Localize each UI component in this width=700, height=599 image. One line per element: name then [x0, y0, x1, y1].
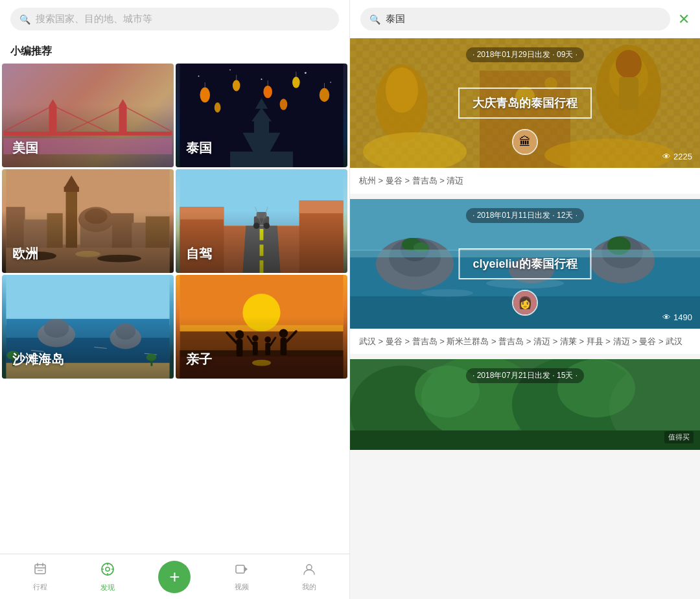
add-button[interactable]: + — [158, 561, 191, 593]
svg-point-16 — [200, 88, 210, 102]
grid-item-beach[interactable]: 沙滩海岛 — [2, 275, 174, 379]
nav-add[interactable]: + — [141, 561, 209, 593]
result-card-3[interactable]: · 2018年07月21日出发 · 15天 · 值得买 — [350, 359, 700, 450]
svg-point-62 — [253, 222, 260, 229]
svg-rect-98 — [265, 343, 270, 355]
svg-rect-95 — [253, 342, 258, 355]
svg-point-113 — [307, 565, 312, 570]
section-title: 小编推荐 — [0, 38, 349, 64]
result-title-2: clyeieliu的泰国行程 — [458, 248, 591, 279]
svg-point-72 — [110, 327, 141, 349]
svg-line-93 — [286, 331, 296, 342]
grid-item-europe[interactable]: 欧洲 — [2, 169, 174, 273]
svg-line-7 — [53, 106, 108, 132]
svg-rect-111 — [236, 565, 244, 573]
svg-marker-4 — [49, 99, 57, 106]
search-input-left[interactable]: 🔍 搜索国家、目的地、城市等 — [10, 8, 339, 30]
svg-point-27 — [280, 99, 288, 110]
avatar-monk-icon: 🏛 — [513, 130, 537, 154]
svg-point-14 — [305, 72, 307, 74]
result-image-3: · 2018年07月21日出发 · 15天 · 值得买 — [350, 359, 700, 450]
search-icon-right: 🔍 — [369, 14, 380, 25]
svg-rect-92 — [281, 338, 287, 355]
grid-item-thailand[interactable]: 泰国 — [176, 64, 347, 167]
svg-rect-59 — [260, 261, 264, 273]
close-search-button[interactable]: ✕ — [678, 11, 690, 28]
video-label: 视频 — [235, 582, 249, 592]
svg-marker-112 — [244, 567, 248, 572]
recommendation-grid: 美国 — [0, 64, 349, 554]
svg-point-11 — [198, 75, 200, 76]
grid-item-family[interactable]: 亲子 — [176, 275, 347, 379]
nav-trip[interactable]: 行程 — [6, 562, 74, 592]
svg-rect-35 — [6, 207, 25, 248]
search-bar-right: 🔍 泰国 ✕ — [350, 0, 700, 38]
svg-line-90 — [227, 333, 237, 343]
svg-line-76 — [145, 353, 157, 355]
eye-icon-1: 👁 — [662, 152, 671, 161]
svg-point-12 — [229, 69, 231, 71]
add-icon: + — [169, 567, 180, 587]
svg-point-22 — [292, 76, 300, 88]
svg-rect-3 — [119, 106, 127, 135]
result-image-1: · 2018年01月29日出发 · 09天 · 大庆青岛的泰国行程 🏛 👁 22… — [350, 38, 700, 168]
svg-point-106 — [106, 567, 110, 571]
result-avatar-2: 👩 — [512, 290, 538, 316]
grid-item-usa[interactable]: 美国 — [2, 64, 174, 167]
svg-rect-38 — [66, 188, 77, 248]
svg-rect-52 — [180, 207, 224, 273]
result-route-1: 杭州 > 曼谷 > 普吉岛 > 清迈 — [350, 168, 700, 194]
svg-line-9 — [123, 106, 172, 132]
thailand-label: 泰国 — [186, 139, 212, 157]
svg-marker-5 — [119, 99, 127, 106]
svg-marker-56 — [242, 226, 280, 273]
result-card-2[interactable]: · 2018年01月11日出发 · 12天 · clyeieliu的泰国行程 👩… — [350, 199, 700, 355]
svg-point-26 — [215, 102, 221, 113]
svg-point-88 — [235, 330, 244, 339]
result-route-2: 武汉 > 曼谷 > 普吉岛 > 斯米兰群岛 > 普吉岛 > 清迈 > 清莱 > … — [350, 329, 700, 355]
nav-video[interactable]: 视频 — [208, 562, 275, 592]
svg-rect-41 — [80, 220, 111, 248]
svg-line-8 — [69, 106, 123, 132]
search-icon-left: 🔍 — [19, 14, 30, 25]
beach-label: 沙滩海岛 — [12, 351, 64, 368]
trip-label: 行程 — [33, 582, 47, 592]
avatar-girl-icon: 👩 — [513, 291, 537, 314]
selfdriving-label: 自驾 — [186, 245, 212, 263]
svg-point-43 — [85, 209, 108, 224]
result-card-1[interactable]: · 2018年01月29日出发 · 09天 · 大庆青岛的泰国行程 🏛 👁 22… — [350, 38, 700, 194]
svg-rect-67 — [6, 319, 169, 379]
eye-icon-2: 👁 — [662, 312, 671, 322]
svg-point-18 — [233, 80, 240, 91]
svg-point-71 — [44, 319, 69, 338]
discover-label: 发现 — [100, 583, 115, 593]
svg-point-48 — [97, 255, 141, 263]
svg-rect-79 — [150, 358, 152, 366]
svg-rect-53 — [299, 200, 344, 273]
views-count-2: 1490 — [673, 312, 692, 322]
svg-rect-32 — [230, 152, 293, 167]
left-panel: 🔍 搜索国家、目的地、城市等 小编推荐 — [0, 0, 350, 599]
search-bar-left: 🔍 搜索国家、目的地、城市等 — [0, 0, 349, 38]
svg-rect-1 — [4, 132, 172, 135]
svg-point-87 — [252, 360, 271, 366]
svg-line-65 — [262, 207, 268, 226]
svg-rect-36 — [24, 220, 49, 248]
svg-point-63 — [263, 222, 270, 229]
svg-rect-82 — [180, 275, 343, 325]
svg-rect-57 — [260, 229, 264, 240]
nav-mine[interactable]: 我的 — [275, 562, 343, 592]
result-title-1: 大庆青岛的泰国行程 — [458, 88, 592, 119]
svg-point-13 — [261, 78, 262, 80]
usa-label: 美国 — [12, 139, 38, 157]
discover-icon — [100, 561, 115, 581]
result-date-2: · 2018年01月11日出发 · 12天 · — [466, 208, 584, 223]
grid-item-selfdriving[interactable]: 自驾 — [176, 169, 347, 273]
result-views-1: 👁 2225 — [662, 152, 692, 161]
nav-discover[interactable]: 发现 — [74, 561, 141, 593]
svg-line-75 — [94, 347, 106, 349]
svg-point-70 — [38, 322, 75, 347]
views-count-1: 2225 — [673, 152, 692, 161]
search-field-right[interactable]: 🔍 泰国 — [360, 8, 670, 30]
right-panel: 🔍 泰国 ✕ — [350, 0, 700, 599]
